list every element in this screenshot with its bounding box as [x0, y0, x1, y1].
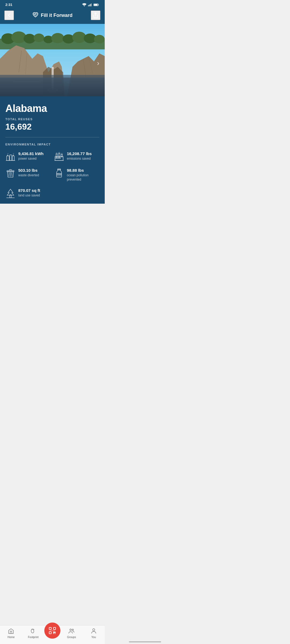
svg-point-0 [84, 6, 85, 6]
impact-text-ocean: 98.88 lbs ocean pollutionprevented [67, 168, 89, 182]
svg-rect-47 [57, 158, 59, 159]
impact-item-power: 9,436.81 kWh power saved [5, 151, 51, 162]
land-value: 870.07 sq ft [18, 188, 40, 193]
wifi-icon [82, 3, 86, 6]
svg-point-15 [51, 33, 64, 43]
status-time: 2:31 [5, 3, 12, 7]
bottle-icon [54, 168, 64, 178]
total-reuses-label: TOTAL REUSES [5, 118, 99, 121]
nav-bar: Fill it Forward [0, 8, 105, 24]
tree-icon [5, 188, 16, 198]
waste-value: 503.10 lbs [18, 168, 39, 173]
svg-rect-36 [10, 155, 12, 160]
hero-image: › [0, 24, 105, 96]
logo-heart-icon [32, 12, 39, 19]
svg-line-53 [12, 173, 12, 176]
impact-text-land: 870.07 sq ft land use saved [18, 188, 40, 198]
battery-icon [93, 3, 99, 6]
svg-rect-1 [88, 5, 89, 6]
impact-item-emissions: 16,208.77 lbs emissions saved [54, 151, 99, 162]
status-bar: 2:31 [0, 0, 105, 8]
signal-icon [88, 3, 92, 6]
emissions-label: emissions saved [67, 157, 92, 161]
share-button[interactable] [91, 10, 100, 20]
env-impact-label: ENVIRONMENTAL IMPACT [5, 143, 99, 146]
svg-point-19 [94, 35, 105, 43]
svg-rect-2 [89, 5, 90, 6]
svg-line-51 [9, 173, 9, 176]
ocean-label: ocean pollutionprevented [67, 173, 89, 182]
impact-item-ocean: 98.88 lbs ocean pollutionprevented [54, 168, 99, 182]
land-label: land use saved [18, 193, 40, 198]
ocean-value: 98.88 lbs [67, 168, 89, 173]
svg-marker-57 [7, 189, 14, 195]
content-section: Alabama TOTAL REUSES 16,692 ENVIRONMENTA… [0, 96, 105, 204]
svg-rect-48 [59, 158, 60, 159]
app-logo: Fill it Forward [32, 12, 73, 19]
svg-point-13 [34, 34, 44, 42]
factory-icon [54, 151, 64, 162]
back-button[interactable] [4, 10, 14, 20]
impact-item-land: 870.07 sq ft land use saved [5, 188, 51, 198]
impact-text-power: 9,436.81 kWh power saved [18, 151, 44, 161]
svg-rect-6 [94, 4, 97, 6]
svg-rect-24 [52, 78, 53, 91]
svg-rect-3 [90, 4, 90, 6]
impact-item-waste: 503.10 lbs waste diverted [5, 168, 51, 182]
power-label: power saved [18, 157, 44, 161]
power-value: 9,436.81 kWh [18, 151, 44, 156]
svg-rect-4 [91, 3, 92, 6]
svg-rect-37 [12, 156, 15, 160]
svg-point-25 [47, 88, 58, 93]
divider [5, 137, 99, 137]
carousel-next-arrow[interactable]: › [97, 59, 99, 67]
emissions-value: 16,208.77 lbs [67, 151, 92, 156]
status-icons [82, 3, 99, 6]
trash-icon [5, 168, 16, 178]
svg-rect-35 [7, 156, 9, 160]
power-icon [5, 151, 16, 162]
impact-grid: 9,436.81 kWh power saved [5, 151, 99, 198]
logo-text: Fill it Forward [41, 13, 73, 18]
total-reuses-value: 16,692 [5, 122, 99, 132]
svg-rect-26 [0, 78, 105, 96]
waste-label: waste diverted [18, 173, 39, 178]
impact-text-waste: 503.10 lbs waste diverted [18, 168, 39, 178]
state-title: Alabama [5, 103, 99, 114]
svg-rect-46 [56, 158, 57, 159]
impact-text-emissions: 16,208.77 lbs emissions saved [67, 151, 92, 161]
svg-rect-23 [52, 67, 54, 88]
